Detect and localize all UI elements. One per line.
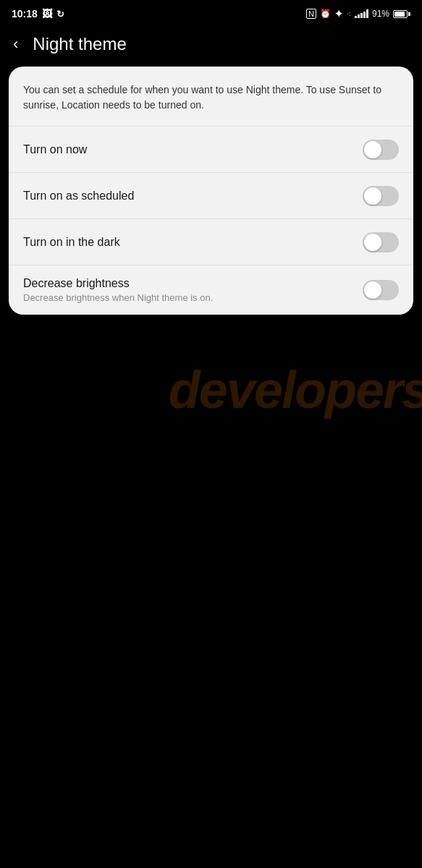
- setting-sublabel-decrease-brightness: Decrease brightness when Night theme is …: [23, 292, 213, 303]
- status-right: N ⏰ ✦ ⁖ 91%: [306, 8, 410, 20]
- setting-row-turn-on-scheduled: Turn on as scheduled: [9, 173, 413, 219]
- wifi-icon: ⁖: [347, 10, 351, 18]
- notification-icon: N: [306, 9, 316, 19]
- setting-label-group-turn-on-now: Turn on now: [23, 143, 87, 156]
- setting-row-decrease-brightness: Decrease brightnessDecrease brightness w…: [9, 265, 413, 315]
- toggle-turn-on-dark[interactable]: [363, 232, 399, 252]
- status-bar: 10:18 🖼 ↻ N ⏰ ✦ ⁖ 91%: [0, 0, 422, 26]
- watermark: developers: [169, 360, 422, 420]
- battery-percentage: 91%: [372, 9, 389, 19]
- toggle-turn-on-now[interactable]: [363, 140, 399, 160]
- setting-label-turn-on-dark: Turn on in the dark: [23, 236, 120, 249]
- setting-label-group-turn-on-scheduled: Turn on as scheduled: [23, 190, 134, 203]
- setting-row-turn-on-dark: Turn on in the dark: [9, 219, 413, 265]
- sync-icon: ↻: [56, 9, 64, 20]
- signal-icon: [355, 9, 368, 18]
- photo-icon: 🖼: [42, 8, 52, 20]
- toggle-decrease-brightness[interactable]: [363, 280, 399, 300]
- info-text: You can set a schedule for when you want…: [9, 67, 413, 127]
- settings-list: Turn on nowTurn on as scheduledTurn on i…: [9, 127, 413, 315]
- battery-icon: [393, 10, 410, 18]
- setting-row-turn-on-now: Turn on now: [9, 127, 413, 173]
- header: ‹ Night theme: [0, 26, 422, 67]
- toggle-turn-on-scheduled[interactable]: [363, 186, 399, 206]
- alarm-icon: ⏰: [320, 9, 331, 19]
- setting-label-group-decrease-brightness: Decrease brightnessDecrease brightness w…: [23, 277, 213, 303]
- bluetooth-icon: ✦: [334, 8, 343, 20]
- setting-label-group-turn-on-dark: Turn on in the dark: [23, 236, 120, 249]
- time: 10:18: [12, 8, 38, 20]
- setting-label-turn-on-now: Turn on now: [23, 143, 87, 156]
- back-button[interactable]: ‹: [7, 33, 24, 55]
- page-title: Night theme: [33, 34, 126, 54]
- setting-label-decrease-brightness: Decrease brightness: [23, 277, 213, 290]
- status-left: 10:18 🖼 ↻: [12, 8, 64, 20]
- setting-label-turn-on-scheduled: Turn on as scheduled: [23, 190, 134, 203]
- settings-card: You can set a schedule for when you want…: [9, 67, 413, 315]
